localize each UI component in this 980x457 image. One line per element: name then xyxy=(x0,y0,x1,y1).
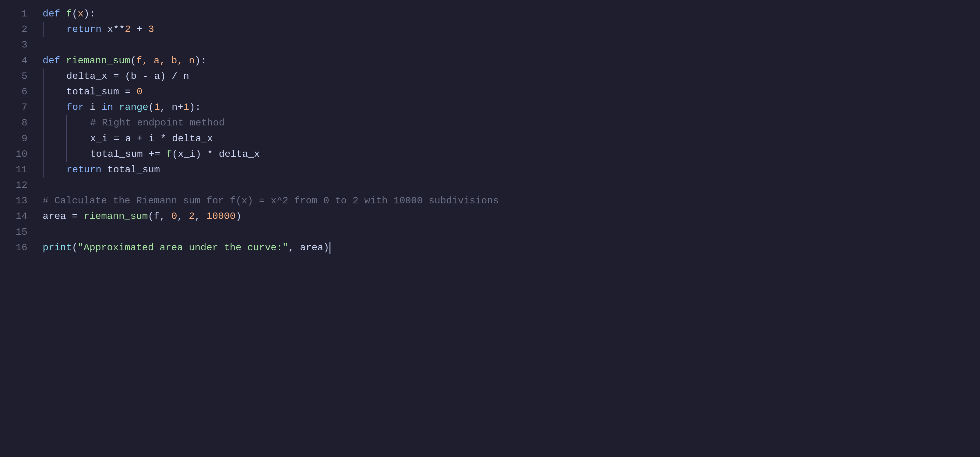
line-number-7: 7 xyxy=(12,100,27,115)
func-riemann-sum: riemann_sum xyxy=(66,53,130,68)
line-number-15: 15 xyxy=(12,224,27,240)
line-numbers: 1 2 3 4 5 6 7 8 9 10 11 12 13 14 15 16 xyxy=(0,6,37,451)
func-f: f xyxy=(66,6,72,22)
line-number-6: 6 xyxy=(12,84,27,100)
code-line-9: x_i = a + i * delta_x xyxy=(43,131,974,146)
keyword-return-11: return xyxy=(67,162,107,178)
line-number-2: 2 xyxy=(12,22,27,37)
line-number-3: 3 xyxy=(12,37,27,53)
code-line-11: return total_sum xyxy=(43,162,974,178)
code-line-8: # Right endpoint method xyxy=(43,115,974,131)
line-number-13: 13 xyxy=(12,193,27,209)
code-line-10: total_sum += f(x_i) * delta_x xyxy=(43,146,974,162)
code-line-5: delta_x = (b - a) / n xyxy=(43,68,974,84)
line-number-1: 1 xyxy=(12,6,27,22)
line-number-8: 8 xyxy=(12,115,27,131)
text-cursor xyxy=(329,242,331,253)
code-line-2: return x**2 + 3 xyxy=(43,22,974,37)
code-line-14: area = riemann_sum(f, 0, 2, 10000) xyxy=(43,209,974,224)
line-number-9: 9 xyxy=(12,131,27,146)
code-line-12 xyxy=(43,178,974,193)
code-line-3 xyxy=(43,37,974,53)
keyword-return-2: return xyxy=(67,22,107,37)
code-editor: 1 2 3 4 5 6 7 8 9 10 11 12 13 14 15 16 d… xyxy=(0,0,980,457)
line-number-14: 14 xyxy=(12,209,27,224)
code-line-15 xyxy=(43,224,974,240)
keyword-def-1: def xyxy=(43,6,66,22)
code-line-16: print("Approximated area under the curve… xyxy=(43,240,974,255)
line-number-12: 12 xyxy=(12,178,27,193)
line-number-10: 10 xyxy=(12,146,27,162)
code-line-13: # Calculate the Riemann sum for f(x) = x… xyxy=(43,193,974,209)
line-number-16: 16 xyxy=(12,240,27,255)
keyword-for: for xyxy=(67,100,90,115)
code-line-7: for i in range(1, n+1): xyxy=(43,100,974,115)
code-content[interactable]: def f(x): return x**2 + 3 def riemann_su… xyxy=(37,6,980,451)
code-line-1: def f(x): xyxy=(43,6,974,22)
line-number-5: 5 xyxy=(12,68,27,84)
line-number-11: 11 xyxy=(12,162,27,178)
line-number-4: 4 xyxy=(12,53,27,68)
code-line-4: def riemann_sum(f, a, b, n): xyxy=(43,53,974,68)
keyword-in: in xyxy=(102,100,119,115)
code-line-6: total_sum = 0 xyxy=(43,84,974,100)
keyword-def-4: def xyxy=(43,53,66,68)
